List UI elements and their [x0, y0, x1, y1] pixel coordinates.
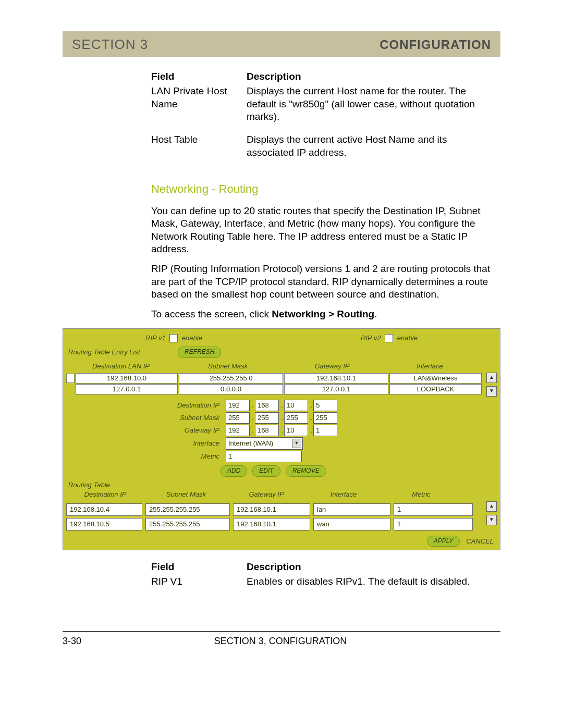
- col-gateway: Gateway IP: [280, 362, 384, 371]
- section-title-right: CONFIGURATION: [380, 38, 491, 52]
- field-name: Host Table: [151, 132, 247, 160]
- rt-col-interface: Interface: [305, 490, 382, 499]
- checkbox-icon[interactable]: [385, 334, 393, 342]
- ip-octet-input[interactable]: 255: [255, 412, 279, 424]
- rt-interface-input[interactable]: wan: [313, 518, 390, 530]
- remove-button[interactable]: REMOVE: [286, 465, 326, 476]
- field-desc: Displays the current Host name for the r…: [247, 84, 500, 124]
- field-desc: Displays the current active Host Name an…: [247, 132, 500, 160]
- rt-col-dest: Destination IP: [66, 490, 144, 499]
- checkbox-icon[interactable]: [169, 334, 178, 342]
- entry-row[interactable]: 192.168.10.0 255.255.255.0 192.168.10.1 …: [66, 373, 486, 384]
- ip-octet-input[interactable]: 192: [226, 400, 250, 411]
- scroll-down-icon[interactable]: ▼: [486, 515, 497, 525]
- subsection-title: Networking - Routing: [151, 182, 500, 196]
- rt-col-metric: Metric: [382, 490, 460, 499]
- ip-octet-input[interactable]: 192: [226, 425, 250, 436]
- paragraph: To access the screen, click Networking >…: [151, 308, 500, 320]
- subnet-label: Subnet Mask: [66, 414, 226, 423]
- add-button[interactable]: ADD: [221, 465, 247, 476]
- col-field: Field: [151, 69, 247, 84]
- chevron-down-icon[interactable]: ▼: [292, 439, 301, 448]
- ip-octet-input[interactable]: 10: [284, 400, 308, 411]
- interface-label: Interface: [66, 439, 226, 448]
- dest-ip-label: Destination IP: [66, 401, 226, 410]
- ip-octet-input[interactable]: 255: [284, 412, 308, 424]
- rt-dest-input[interactable]: 192.168.10.4: [66, 503, 142, 516]
- field-desc: Enables or disables RIPv1. The default i…: [247, 574, 500, 589]
- rt-interface-input[interactable]: lan: [313, 503, 390, 516]
- rt-metric-input[interactable]: 1: [394, 503, 473, 516]
- apply-button[interactable]: APPLY: [427, 536, 460, 547]
- ip-octet-input[interactable]: 168: [255, 425, 279, 436]
- page-footer: 3-30 SECTION 3, CONFIGURATION: [63, 636, 500, 647]
- scroll-down-icon[interactable]: ▼: [486, 386, 497, 397]
- scroll-up-icon[interactable]: ▲: [486, 501, 497, 512]
- rt-col-subnet: Subnet Mask: [144, 490, 228, 499]
- metric-input[interactable]: 1: [226, 451, 302, 462]
- page-number: 3-30: [63, 636, 81, 647]
- col-description: Description: [247, 560, 500, 574]
- ip-octet-input[interactable]: 168: [255, 400, 279, 411]
- routing-row: 192.168.10.4 255.255.255.255 192.168.10.…: [66, 503, 486, 516]
- rt-col-gateway: Gateway IP: [228, 490, 305, 499]
- field-table-1: Field Description LAN Private Host Name …: [151, 69, 500, 160]
- rt-dest-input[interactable]: 192.168.10.5: [66, 518, 142, 530]
- col-description: Description: [247, 69, 500, 84]
- col-interface: Interface: [384, 362, 475, 371]
- routing-row: 192.168.10.5 255.255.255.255 192.168.10.…: [66, 518, 486, 530]
- col-subnet: Subnet Mask: [176, 362, 280, 371]
- rt-gateway-input[interactable]: 192.168.10.1: [233, 518, 310, 530]
- field-name: RIP V1: [151, 574, 247, 589]
- col-field: Field: [151, 560, 247, 574]
- col-dest-ip: Destination LAN IP: [66, 362, 176, 371]
- row-selector[interactable]: [66, 374, 75, 383]
- footer-title: SECTION 3, CONFIGURATION: [214, 636, 347, 647]
- ip-octet-input[interactable]: 1: [313, 425, 337, 436]
- metric-label: Metric: [66, 452, 226, 461]
- interface-select[interactable]: Internet (WAN) ▼: [226, 437, 303, 450]
- gateway-label: Gateway IP: [66, 426, 226, 435]
- cancel-button[interactable]: CANCEL: [466, 536, 494, 547]
- rt-subnet-input[interactable]: 255.255.255.255: [145, 518, 230, 530]
- scroll-up-icon[interactable]: ▲: [486, 373, 497, 383]
- section-header: SECTION 3 CONFIGURATION: [63, 31, 500, 57]
- rt-metric-input[interactable]: 1: [394, 518, 473, 530]
- rt-subnet-input[interactable]: 255.255.255.255: [145, 503, 230, 516]
- ip-octet-input[interactable]: 255: [226, 412, 250, 424]
- paragraph: RIP (Routing Information Protocol) versi…: [151, 263, 500, 301]
- ip-octet-input[interactable]: 10: [284, 425, 308, 436]
- rt-gateway-input[interactable]: 192.168.10.1: [233, 503, 310, 516]
- edit-button[interactable]: EDIT: [252, 465, 280, 476]
- rip-v1-toggle[interactable]: RIP v1 enable: [145, 334, 202, 343]
- router-ui-panel: RIP v1 enable RIP v2 enable Routing Tabl…: [63, 328, 500, 551]
- footer-divider: [63, 631, 500, 632]
- rip-v2-toggle[interactable]: RIP v2 enable: [361, 334, 418, 343]
- refresh-button[interactable]: REFRESH: [178, 347, 221, 357]
- paragraph: You can define up to 20 static routes th…: [151, 205, 500, 255]
- field-table-2: Field Description RIP V1 Enables or disa…: [151, 560, 500, 589]
- section-label: SECTION 3: [72, 36, 148, 53]
- ip-octet-input[interactable]: 5: [313, 400, 337, 411]
- routing-table-label: Routing Table: [66, 481, 497, 490]
- ip-octet-input[interactable]: 255: [313, 412, 337, 424]
- entry-row[interactable]: 127.0.0.1 0.0.0.0 127.0.0.1 LOOPBACK: [66, 384, 486, 394]
- entry-list-label: Routing Table Entry List: [66, 348, 178, 357]
- field-name: LAN Private Host Name: [151, 84, 247, 124]
